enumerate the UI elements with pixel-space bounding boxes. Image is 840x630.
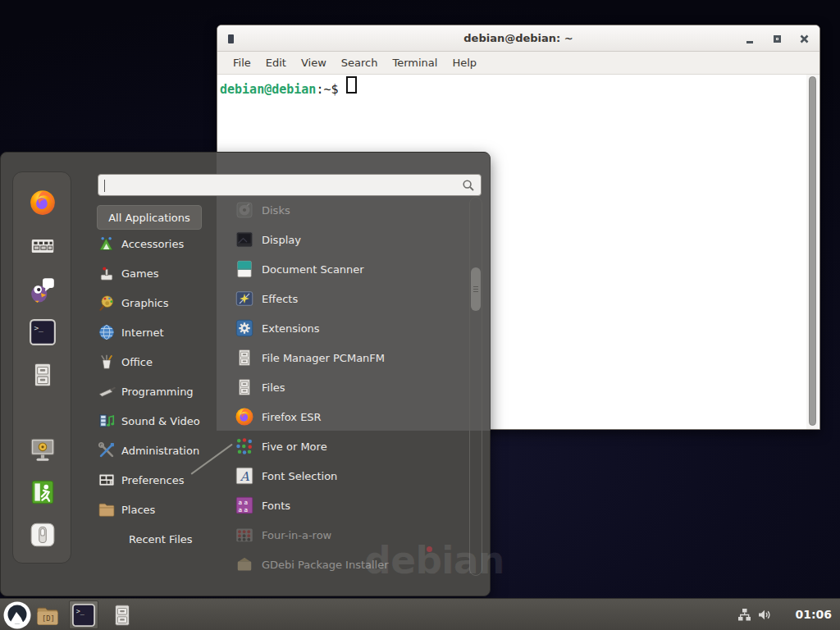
- all-applications-button[interactable]: All Applications: [97, 205, 202, 230]
- menu-logo-icon: [3, 601, 31, 629]
- category-label: Graphics: [121, 297, 168, 309]
- menubar-item-file[interactable]: File: [226, 52, 258, 75]
- places-icon: [98, 500, 116, 518]
- app-five-or-more[interactable]: Five or More: [235, 431, 466, 461]
- prompt-user-host: debian@debian: [220, 82, 316, 97]
- category-administration[interactable]: Administration: [98, 436, 221, 465]
- menu-button[interactable]: [2, 600, 32, 629]
- favorite-pidgin[interactable]: [29, 276, 57, 304]
- files-button[interactable]: [107, 600, 137, 629]
- app-disks[interactable]: Disks: [235, 195, 466, 225]
- close-button[interactable]: [793, 25, 815, 52]
- terminal-button[interactable]: >_: [69, 600, 98, 629]
- maximize-icon: [774, 35, 781, 43]
- app-label: Document Scanner: [262, 263, 364, 276]
- category-places[interactable]: Places: [98, 495, 221, 524]
- favorite-firefox[interactable]: [29, 189, 57, 217]
- menubar-item-view[interactable]: View: [294, 52, 334, 75]
- app-files[interactable]: Files: [235, 372, 466, 402]
- terminal-titlebar[interactable]: debian@debian: ~: [217, 25, 819, 52]
- app-effects[interactable]: Effects: [235, 284, 466, 313]
- file-cabinet-icon: [235, 377, 254, 397]
- network-icon[interactable]: [737, 608, 751, 622]
- favorite-keyboard[interactable]: [29, 232, 57, 260]
- svg-text:>_: >_: [76, 607, 85, 615]
- app-label: Extensions: [262, 322, 320, 335]
- shut-down-button[interactable]: [29, 521, 57, 549]
- category-graphics[interactable]: Graphics: [98, 288, 221, 317]
- terminal-app-icon: [228, 34, 234, 43]
- terminal-scrollbar-thumb[interactable]: [809, 76, 816, 426]
- favorite-terminal[interactable]: >_: [29, 318, 57, 346]
- shut-down-icon: [29, 521, 57, 549]
- app-label: Firefox ESR: [262, 411, 322, 423]
- terminal-icon: >_: [29, 318, 57, 346]
- search-input[interactable]: [105, 176, 450, 194]
- shell-prompt: debian@debian:~$: [220, 76, 357, 98]
- application-list: DisksDisplayDocument ScannerEffectsExten…: [235, 195, 466, 579]
- debian-watermark-dot: [427, 546, 432, 552]
- app-firefox-esr[interactable]: Firefox ESR: [235, 402, 466, 431]
- minimize-button[interactable]: [739, 25, 760, 52]
- app-label: Effects: [262, 293, 298, 305]
- system-tray: [737, 599, 771, 630]
- category-internet[interactable]: Internet: [98, 317, 221, 347]
- app-file-manager-pcmanfm[interactable]: File Manager PCManFM: [235, 343, 466, 372]
- category-accessories[interactable]: Accessories: [98, 229, 221, 258]
- terminal-scrollbar-track[interactable]: [806, 75, 819, 429]
- menubar-item-search[interactable]: Search: [334, 52, 386, 75]
- search-icon: [462, 179, 475, 192]
- taskbar: >_[D] 01:06: [0, 598, 840, 630]
- app-extensions[interactable]: Extensions: [235, 313, 466, 343]
- document-scanner-icon: [235, 259, 254, 279]
- desktop: debian@debian: ~ FileEditViewSearchTermi…: [0, 0, 840, 630]
- svg-text:a a: a a: [239, 506, 249, 514]
- effects-icon: [235, 289, 254, 308]
- app-document-scanner[interactable]: Document Scanner: [235, 254, 466, 284]
- extensions-icon: [235, 318, 254, 338]
- category-label: Office: [121, 356, 153, 368]
- menubar-item-edit[interactable]: Edit: [258, 52, 294, 75]
- games-icon: [98, 264, 116, 282]
- menu-scrollbar-thumb[interactable]: [471, 267, 481, 311]
- category-games[interactable]: Games: [98, 258, 221, 288]
- log-out-button[interactable]: [29, 478, 57, 506]
- app-display[interactable]: Display: [235, 225, 466, 254]
- five-or-more-icon: [235, 436, 254, 456]
- category-label: Programming: [121, 386, 194, 398]
- app-fonts[interactable]: a aa aFonts: [235, 491, 466, 520]
- category-sound-video[interactable]: Sound & Video: [98, 406, 221, 436]
- category-programming[interactable]: Programming: [98, 377, 221, 406]
- preferences-icon: [98, 471, 116, 489]
- office-icon: [98, 353, 116, 371]
- search-box[interactable]: [98, 174, 482, 196]
- category-label: Places: [121, 504, 155, 516]
- menu-scrollbar-track[interactable]: [469, 197, 482, 576]
- file-manager-button[interactable]: [D]: [33, 600, 62, 629]
- terminal-cursor: [346, 76, 357, 94]
- app-label: Font Selection: [262, 470, 337, 482]
- svg-text:>_: >_: [34, 323, 43, 332]
- pidgin-icon: [29, 276, 57, 304]
- app-label: Five or More: [262, 441, 327, 453]
- menubar-item-help[interactable]: Help: [445, 52, 484, 75]
- app-font-selection[interactable]: AFont Selection: [235, 461, 466, 491]
- app-label: File Manager PCManFM: [262, 352, 385, 364]
- fonts-icon: a aa a: [235, 495, 254, 515]
- category-recent-files[interactable]: Recent Files: [98, 524, 221, 554]
- favorite-file-cabinet[interactable]: [29, 361, 57, 389]
- app-label: Four-in-a-row: [262, 529, 331, 541]
- lock-screen-button[interactable]: [29, 436, 57, 463]
- svg-text:A: A: [240, 469, 250, 484]
- maximize-button[interactable]: [766, 25, 788, 52]
- svg-text:a a: a a: [239, 499, 249, 506]
- debian-watermark: debian: [364, 538, 504, 582]
- category-office[interactable]: Office: [98, 347, 221, 377]
- menubar-item-terminal[interactable]: Terminal: [385, 52, 445, 75]
- category-preferences[interactable]: Preferences: [98, 465, 221, 495]
- firefox-icon: [235, 407, 254, 427]
- four-in-a-row-icon: [235, 525, 254, 545]
- clock[interactable]: 01:06: [774, 599, 835, 630]
- close-icon: [800, 34, 809, 43]
- volume-icon[interactable]: [757, 608, 771, 622]
